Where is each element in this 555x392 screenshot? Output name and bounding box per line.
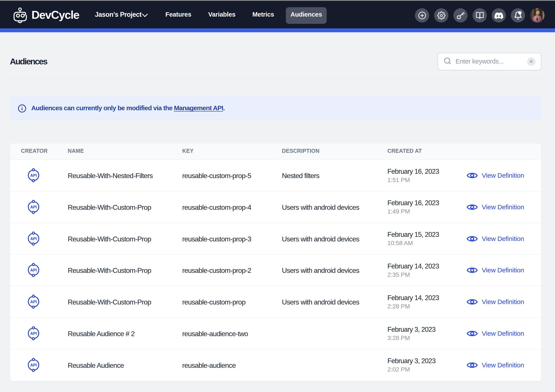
svg-text:API: API <box>30 173 37 178</box>
svg-text:API: API <box>30 236 37 241</box>
svg-text:API: API <box>30 363 37 367</box>
svg-text:API: API <box>30 331 37 336</box>
svg-text:API: API <box>30 268 37 272</box>
svg-text:API: API <box>30 300 37 304</box>
svg-text:API: API <box>30 205 37 209</box>
